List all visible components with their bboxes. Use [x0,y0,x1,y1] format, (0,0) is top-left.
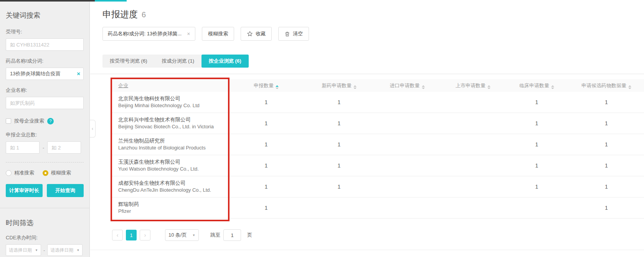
precise-search-radio[interactable]: 精准搜索 [6,169,34,176]
chip-close-icon[interactable]: × [187,31,190,37]
clear-button[interactable]: 清空 [278,27,309,41]
fuzzy-search-label: 模糊搜索 [51,169,71,176]
fuzzy-search-radio[interactable]: 模糊搜索 [43,169,71,176]
company-cell[interactable]: 成都安特金生物技术有限公司 ChengDu AnTeJin Biotechnol… [112,179,227,194]
value-cell: 1 [569,99,644,105]
drug-name-input[interactable] [6,68,84,80]
value-cell: 1 [305,141,373,148]
tab-by-acceptance-number[interactable]: 按受理号浏览 (6) [102,55,155,68]
table-row[interactable]: 北京民海生物科技有限公司 Beijing Minhai Biotechnolog… [112,92,644,113]
col-header-applications[interactable]: 申报数量 [227,82,305,89]
value-cell: 1 [227,99,305,105]
acceptance-number-input[interactable] [6,38,84,51]
sidebar-title: 关键词搜索 [6,11,84,20]
value-cell: 1 [227,141,305,148]
main-content: 申报进度 6 药品名称/成分词: 13价肺炎球菌... × 模糊搜索 收藏 [90,2,644,257]
clear-button-label: 清空 [293,30,303,37]
company-name-en: ChengDu AnTeJin Biotechnology Co., Ltd. [118,187,227,194]
value-cell: 1 [227,162,305,169]
radio-unselected-icon[interactable] [6,170,12,176]
clear-input-icon[interactable]: × [77,70,80,77]
company-name-cn: 兰州生物制品研究所 [118,137,227,145]
page-unit-label: 页 [247,232,252,239]
company-name-input[interactable] [6,97,84,109]
value-cell: 1 [569,205,644,211]
sort-icon[interactable] [422,85,425,89]
start-query-button[interactable]: 开始查询 [47,184,84,197]
table-row[interactable]: 辉瑞制药 Pfizer 1 1 [112,197,644,219]
col-header-label: 申请候选药物数据量 [581,83,626,88]
col-header-clinical[interactable]: 临床申请数量 [505,82,569,89]
precise-search-label: 精准搜索 [14,169,34,176]
radio-selected-icon[interactable] [43,170,48,176]
chevron-left-icon: ‹ [117,232,119,238]
col-header-new-drug[interactable]: 新药申请数量 [305,82,373,89]
col-header-import[interactable]: 进口申请数量 [373,82,441,89]
company-total-min-input[interactable] [6,141,40,154]
range-separator: - [43,145,44,151]
caret-down-icon: ▼ [76,249,79,252]
time-filter-title: 时间筛选 [6,218,84,227]
col-header-candidate-data[interactable]: 申请候选药物数据量 [569,82,644,89]
bottom-divider [90,250,644,250]
value-cell: 1 [505,162,569,169]
date-start-picker[interactable]: 请选择日期 ▼ [6,244,41,256]
page-size-select[interactable]: 10 条/页 ▼ [165,229,199,241]
table-row[interactable]: 北京科兴中维生物技术有限公司 Beijing Sinovac Biotech C… [112,113,644,134]
col-header-marketing[interactable]: 上市申请数量 [441,82,505,89]
fuzzy-search-button[interactable]: 模糊搜索 [202,27,234,41]
value-cell: 1 [305,99,373,105]
company-name-cn: 成都安特金生物技术有限公司 [118,179,227,187]
value-cell: 1 [505,120,569,126]
table-header-row: 企业 申报数量 新药申请数量 进口申请数量 上市申请数量 临床申请数量 申请候选… [112,79,644,92]
table-row[interactable]: 玉溪沃森生物技术有限公司 Yuxi Watson Biotechnology C… [112,155,644,176]
chevron-left-icon: ‹ [92,126,93,131]
caret-down-icon: ▼ [35,249,38,252]
jump-to-input[interactable] [223,229,241,241]
table-row[interactable]: 兰州生物制品研究所 Lanzhou Institute of Biologica… [112,134,644,155]
next-page-button[interactable]: › [140,230,150,240]
help-icon[interactable]: ? [47,118,54,124]
company-name-en: Lanzhou Institute of Biological Products [118,144,227,152]
company-cell[interactable]: 玉溪沃森生物技术有限公司 Yuxi Watson Biotechnology C… [112,158,227,173]
parent-company-checkbox[interactable] [6,118,11,124]
parent-company-label: 按母企业搜索 [14,118,44,124]
company-cell[interactable]: 北京民海生物科技有限公司 Beijing Minhai Biotechnolog… [112,95,227,109]
company-name-en: Beijing Minhai Biotechnology Co. Ltd [118,102,227,109]
sort-icon[interactable] [551,85,554,89]
tab-by-company[interactable]: 按企业浏览 (6) [201,55,249,68]
company-name-cn: 玉溪沃森生物技术有限公司 [118,158,227,166]
value-cell: 1 [505,184,569,190]
value-cell: 1 [305,184,373,190]
value-cell: 1 [569,120,644,126]
date-end-placeholder: 请选择日期 [50,247,73,254]
col-header-label: 进口申请数量 [390,83,420,88]
filter-chip: 药品名称/成分词: 13价肺炎球菌... × [102,27,195,41]
favorite-button[interactable]: 收藏 [241,27,272,41]
company-total-max-input[interactable] [47,141,81,154]
date-end-picker[interactable]: 请选择日期 ▼ [47,244,83,256]
company-name-en: Yuxi Watson Biotechnology Co., Ltd. [118,166,227,173]
value-cell: 1 [569,184,644,190]
col-header-company[interactable]: 企业 [112,82,227,89]
company-cell[interactable]: 北京科兴中维生物技术有限公司 Beijing Sinovac Biotech C… [112,116,227,131]
sort-icon[interactable] [353,85,357,89]
current-page-button[interactable]: 1 [126,230,137,240]
star-icon [247,31,253,37]
filter-chip-text: 药品名称/成分词: 13价肺炎球菌... [108,30,182,37]
col-header-label: 新药申请数量 [322,83,352,88]
caret-down-icon: ▼ [192,234,195,237]
sidebar-collapse-handle[interactable]: ‹ [90,120,96,138]
company-name-label: 企业名称: [6,87,84,94]
sort-icon[interactable] [628,85,631,89]
prev-page-button[interactable]: ‹ [112,230,123,240]
sort-icon[interactable] [487,85,490,89]
col-header-label: 上市申请数量 [456,83,485,88]
company-total-label: 申报企业总数: [6,131,84,138]
company-cell[interactable]: 辉瑞制药 Pfizer [112,201,227,215]
table-row[interactable]: 成都安特金生物技术有限公司 ChengDu AnTeJin Biotechnol… [112,176,644,197]
tab-by-ingredient[interactable]: 按成分浏览 (1) [155,55,202,68]
calc-review-time-button[interactable]: 计算审评时长 [6,184,43,197]
sort-icon[interactable] [276,85,279,89]
company-cell[interactable]: 兰州生物制品研究所 Lanzhou Institute of Biologica… [112,137,227,152]
